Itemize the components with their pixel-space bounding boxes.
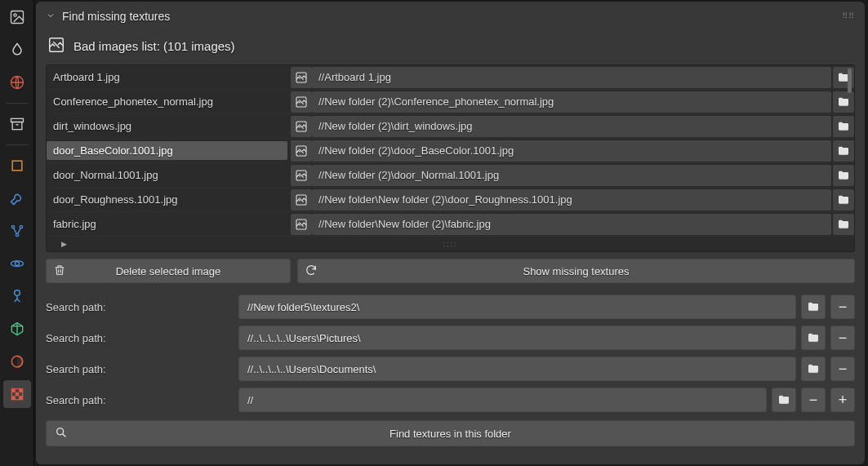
search-path-row: Search path://−+ <box>46 388 855 412</box>
table-row[interactable]: Conference_phonetex_normal.jpg//New fold… <box>47 90 854 114</box>
table-row[interactable]: Artboard 1.jpg//Artboard 1.jpg <box>47 65 854 90</box>
image-name: dirt_windows.jpg <box>47 117 287 135</box>
search-path-label: Search path: <box>46 394 234 406</box>
browse-folder-button[interactable] <box>801 326 826 350</box>
image-name: door_BaseColor.1001.jpg <box>47 141 287 160</box>
image-name: door_Roughness.1001.jpg <box>47 190 287 209</box>
svg-rect-4 <box>12 122 22 130</box>
tab-particles-icon[interactable] <box>3 217 31 245</box>
bad-images-list: Artboard 1.jpg//Artboard 1.jpgConference… <box>46 64 855 252</box>
tab-archive-icon[interactable] <box>3 110 31 138</box>
broken-image-icon <box>291 91 312 113</box>
image-path-input[interactable]: //New folder (2)\Conference_phonetex_nor… <box>312 91 831 113</box>
browse-button[interactable] <box>833 116 854 137</box>
browse-button[interactable] <box>833 189 854 211</box>
svg-point-1 <box>13 14 16 16</box>
svg-rect-16 <box>15 393 18 396</box>
browse-button[interactable] <box>833 91 854 113</box>
table-row[interactable]: fabric.jpg//New folder\New folder (2)\fa… <box>47 212 854 237</box>
svg-point-6 <box>11 225 14 228</box>
remove-path-button[interactable]: − <box>830 295 855 319</box>
svg-rect-0 <box>11 11 23 24</box>
search-path-label: Search path: <box>46 301 234 313</box>
svg-point-11 <box>14 291 20 296</box>
broken-image-icon <box>291 67 312 88</box>
browse-button[interactable] <box>833 165 854 186</box>
search-paths: Search path://New folder5\textures2\−Sea… <box>46 295 855 412</box>
scrollbar-thumb[interactable] <box>848 69 852 93</box>
broken-image-icon <box>291 140 312 162</box>
search-path-row: Search path://..\..\..\..\Users\Document… <box>46 357 855 381</box>
table-row[interactable]: door_Normal.1001.jpg//New folder (2)\doo… <box>47 163 854 188</box>
table-row[interactable]: door_BaseColor.1001.jpg//New folder (2)\… <box>47 139 854 163</box>
svg-point-9 <box>15 262 19 266</box>
svg-rect-17 <box>11 396 15 399</box>
svg-point-27 <box>57 428 64 434</box>
image-path-input[interactable]: //New folder\New folder (2)\door_Roughne… <box>312 189 831 211</box>
search-path-input[interactable]: //..\..\..\..\Users\Documents\ <box>238 357 796 381</box>
browse-button[interactable] <box>833 140 854 162</box>
show-missing-button[interactable]: Show missing textures <box>297 259 855 283</box>
browse-button[interactable] <box>833 214 854 235</box>
table-row[interactable]: dirt_windows.jpg//New folder (2)\dirt_wi… <box>47 114 854 139</box>
drag-grip-icon[interactable]: ⠿⠿ <box>842 11 855 20</box>
search-path-row: Search path://New folder5\textures2\− <box>46 295 855 319</box>
tab-object-icon[interactable] <box>3 152 31 180</box>
image-path-input[interactable]: //New folder (2)\door_Normal.1001.jpg <box>312 165 831 186</box>
browse-folder-button[interactable] <box>801 295 826 319</box>
delete-selected-label: Delete selected image <box>47 265 290 277</box>
broken-image-icon <box>291 189 312 211</box>
chevron-down-icon <box>46 10 56 23</box>
find-textures-button[interactable]: Find textures in this folder <box>46 420 855 446</box>
bad-images-rows: Artboard 1.jpg//Artboard 1.jpgConference… <box>47 65 854 237</box>
add-path-button[interactable]: + <box>830 388 855 412</box>
image-name: Artboard 1.jpg <box>47 68 287 87</box>
search-path-label: Search path: <box>46 363 234 375</box>
remove-path-button[interactable]: − <box>830 326 855 350</box>
tab-constraint-icon[interactable] <box>3 282 31 310</box>
image-name: fabric.jpg <box>47 215 287 233</box>
image-path-input[interactable]: //New folder\New folder (2)\fabric.jpg <box>312 214 831 235</box>
image-path-input[interactable]: //Artboard 1.jpg <box>312 67 831 88</box>
tab-droplet-icon[interactable] <box>3 36 31 64</box>
browse-folder-button[interactable] <box>801 357 826 381</box>
svg-rect-14 <box>11 388 15 392</box>
bad-images-heading: Bad images list: (101 images) <box>47 36 855 56</box>
broken-image-icon <box>47 36 65 56</box>
delete-selected-button[interactable]: Delete selected image <box>46 259 291 283</box>
image-path-input[interactable]: //New folder (2)\door_BaseColor.1001.jpg <box>312 140 831 162</box>
table-row[interactable]: door_Roughness.1001.jpg//New folder\New … <box>47 188 854 212</box>
tab-texture-icon[interactable] <box>3 380 31 408</box>
remove-path-button[interactable]: − <box>830 357 855 381</box>
remove-path-button[interactable]: − <box>801 388 826 412</box>
tab-mesh-icon[interactable] <box>3 315 31 343</box>
tab-material-icon[interactable] <box>3 348 31 375</box>
main-panel: Find missing textures ⠿⠿ Bad images list… <box>36 2 865 464</box>
bad-images-heading-text: Bad images list: (101 images) <box>73 39 235 53</box>
search-path-input[interactable]: // <box>238 388 767 412</box>
svg-point-8 <box>16 233 18 236</box>
tab-image-icon[interactable] <box>3 3 31 31</box>
tab-globe-icon[interactable] <box>3 69 31 96</box>
image-path-input[interactable]: //New folder (2)\dirt_windows.jpg <box>312 116 831 137</box>
broken-image-icon <box>291 116 312 137</box>
search-path-input[interactable]: //..\..\..\..\Users\Pictures\ <box>238 326 796 350</box>
svg-rect-18 <box>19 396 22 399</box>
search-icon <box>55 426 68 442</box>
broken-image-icon <box>291 165 312 186</box>
svg-point-7 <box>20 225 22 228</box>
tab-wrench-icon[interactable] <box>3 184 31 212</box>
svg-rect-15 <box>19 388 22 392</box>
show-missing-label: Show missing textures <box>298 265 854 277</box>
broken-image-icon <box>291 214 312 235</box>
find-textures-label: Find textures in this folder <box>389 428 511 440</box>
image-name: door_Normal.1001.jpg <box>47 166 287 184</box>
panel-title: Find missing textures <box>62 10 170 23</box>
tab-physics-icon[interactable] <box>3 250 31 277</box>
search-path-input[interactable]: //New folder5\textures2\ <box>238 295 796 319</box>
expand-triangle-icon[interactable]: ▶ <box>61 240 67 248</box>
svg-rect-5 <box>12 161 22 171</box>
panel-header[interactable]: Find missing textures ⠿⠿ <box>46 10 855 31</box>
resize-dots-icon[interactable]: :::: <box>443 240 457 248</box>
browse-folder-button[interactable] <box>772 388 796 412</box>
